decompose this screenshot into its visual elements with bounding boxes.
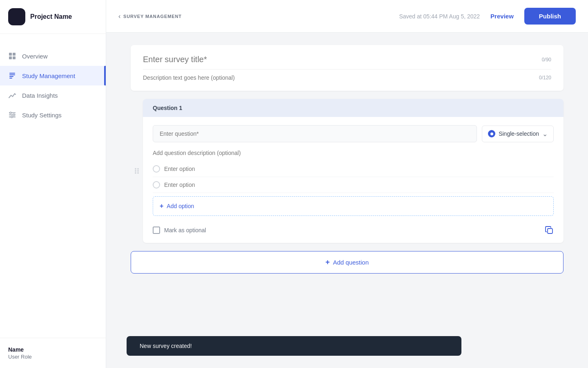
question-card-body: Single-selection ⌄ — [143, 117, 564, 243]
add-option-label: Add option — [167, 203, 194, 209]
survey-desc-count: 0/120 — [539, 75, 551, 81]
study-management-icon — [8, 72, 16, 80]
svg-rect-2 — [9, 56, 12, 59]
copy-icon[interactable] — [545, 226, 554, 235]
mark-optional-label: Mark as optional — [164, 227, 206, 233]
publish-button[interactable]: Publish — [524, 8, 576, 25]
drag-handle[interactable] — [131, 99, 143, 243]
sidebar-item-overview[interactable]: Overview — [0, 46, 106, 66]
sidebar-item-data-insights[interactable]: Data Insights — [0, 85, 106, 105]
add-question-plus-icon: + — [325, 258, 330, 267]
breadcrumb: SURVEY MANAGEMENT — [123, 14, 182, 19]
question-type-selector[interactable]: Single-selection ⌄ — [482, 126, 554, 142]
add-question-label: Add question — [333, 259, 369, 266]
sidebar-nav: Overview Study Management Data Insigh — [0, 34, 106, 338]
sidebar-item-label-data-insights: Data Insights — [22, 92, 58, 99]
add-question-button[interactable]: + Add question — [131, 251, 564, 274]
question-text-input[interactable] — [153, 125, 477, 142]
option-row-2 — [153, 177, 554, 193]
sidebar-footer: Name User Role — [0, 338, 106, 368]
sidebar-item-label-study-settings: Study Settings — [22, 112, 62, 119]
mark-optional-checkbox[interactable] — [153, 227, 160, 234]
svg-rect-20 — [548, 229, 552, 233]
survey-divider — [143, 69, 551, 70]
question-card: Question 1 Single-selection ⌄ — [143, 99, 564, 243]
toast-message: New survey created! — [140, 343, 192, 349]
sidebar: Project Name Overview — [0, 0, 106, 368]
question-type-radio-inner — [490, 132, 493, 135]
question-card-header: Question 1 — [143, 99, 564, 117]
back-arrow-icon: ‹ — [118, 13, 121, 20]
main-area: ‹ SURVEY MANAGEMENT Saved at 05:44 PM Au… — [106, 0, 588, 368]
svg-rect-3 — [13, 56, 16, 59]
svg-point-18 — [135, 172, 136, 174]
sidebar-item-label-overview: Overview — [22, 53, 48, 60]
sidebar-item-study-settings[interactable]: Study Settings — [0, 105, 106, 125]
question-type-radio-icon — [488, 130, 495, 137]
chevron-down-icon: ⌄ — [542, 130, 548, 138]
question-description-input[interactable] — [153, 148, 554, 161]
option-radio-1 — [153, 165, 160, 173]
svg-point-17 — [137, 170, 139, 172]
add-option-plus-icon: + — [160, 202, 163, 210]
project-avatar — [8, 8, 25, 25]
survey-desc-row: 0/120 — [143, 74, 551, 81]
option-input-2[interactable] — [164, 182, 554, 188]
sidebar-header: Project Name — [0, 0, 106, 34]
saved-status: Saved at 05:44 PM Aug 5, 2022 — [399, 13, 480, 20]
svg-rect-1 — [13, 53, 16, 56]
svg-rect-7 — [9, 78, 12, 79]
mark-optional-row: Mark as optional — [153, 227, 206, 234]
survey-title-row: 0/90 — [143, 55, 551, 64]
option-radio-2 — [153, 181, 160, 188]
question-type-label: Single-selection — [499, 130, 539, 137]
user-role: User Role — [8, 354, 98, 360]
survey-title-card: 0/90 0/120 — [131, 45, 564, 91]
survey-title-input[interactable] — [143, 55, 542, 64]
user-name: Name — [8, 346, 98, 353]
sidebar-item-study-management[interactable]: Study Management — [0, 66, 106, 85]
svg-rect-0 — [9, 53, 12, 56]
project-name: Project Name — [30, 13, 72, 20]
content-area: 0/90 0/120 Que — [106, 33, 588, 368]
option-input-1[interactable] — [164, 166, 554, 172]
add-option-button[interactable]: + Add option — [153, 196, 554, 216]
toast-notification: New survey created! — [127, 336, 461, 356]
svg-rect-6 — [9, 76, 13, 77]
question-footer: Mark as optional — [153, 219, 554, 235]
sidebar-item-label-study-management: Study Management — [22, 72, 75, 79]
survey-title-count: 0/90 — [542, 57, 551, 63]
topbar: ‹ SURVEY MANAGEMENT Saved at 05:44 PM Au… — [106, 0, 588, 33]
svg-point-19 — [137, 172, 139, 174]
svg-point-15 — [137, 168, 139, 170]
svg-rect-4 — [9, 73, 15, 74]
question-label: Question 1 — [153, 105, 182, 111]
svg-point-13 — [11, 116, 13, 118]
survey-description-input[interactable] — [143, 74, 539, 81]
question-top-row: Single-selection ⌄ — [153, 125, 554, 142]
overview-icon — [8, 52, 16, 60]
preview-button[interactable]: Preview — [486, 13, 518, 20]
study-settings-icon — [8, 111, 16, 119]
option-row-1 — [153, 161, 554, 177]
svg-point-11 — [10, 112, 11, 114]
question-wrapper: Question 1 Single-selection ⌄ — [131, 99, 564, 243]
svg-rect-5 — [9, 74, 15, 75]
back-button[interactable]: ‹ SURVEY MANAGEMENT — [118, 13, 182, 20]
svg-point-16 — [135, 170, 136, 172]
data-insights-icon — [8, 91, 16, 99]
svg-point-14 — [135, 168, 136, 170]
svg-point-12 — [13, 114, 15, 116]
